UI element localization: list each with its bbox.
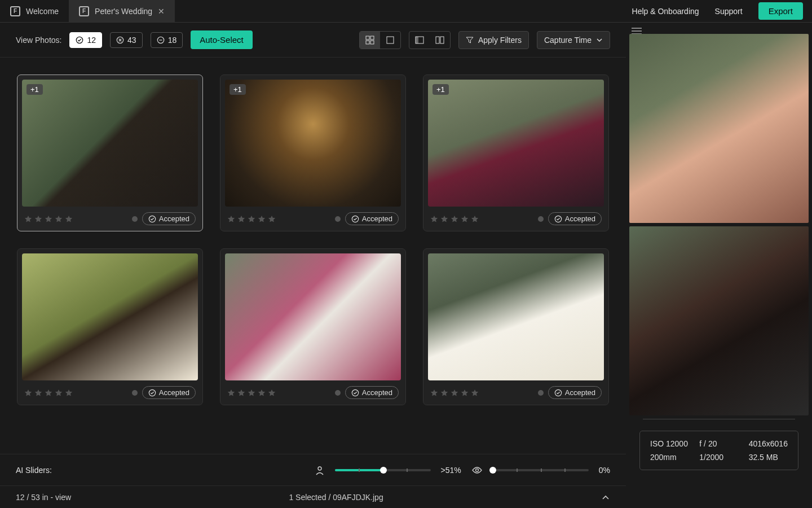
- preview-image-top[interactable]: [629, 34, 809, 223]
- star-rating[interactable]: [24, 389, 73, 397]
- layout-toggle-grid: [359, 31, 401, 49]
- status-label: Accepted: [565, 388, 595, 397]
- filter-rejected-chip[interactable]: 43: [110, 32, 143, 48]
- star-rating[interactable]: [227, 389, 276, 397]
- photo-thumbnail[interactable]: [428, 253, 604, 380]
- topbar: F Welcome F Peter's Wedding ✕ Help & Onb…: [0, 0, 812, 23]
- status-pill[interactable]: Accepted: [548, 212, 602, 225]
- photo-thumbnail[interactable]: [22, 253, 198, 380]
- filter-count: 43: [127, 36, 136, 45]
- photo-card[interactable]: +1 Accepted: [423, 75, 609, 231]
- star-rating[interactable]: [430, 389, 479, 397]
- metadata-box: ISO 12000 f / 20 4016x6016 200mm 1/2000 …: [639, 431, 798, 470]
- svg-rect-6: [370, 41, 374, 44]
- card-footer: Accepted: [225, 207, 401, 231]
- meta-dimensions: 4016x6016: [749, 439, 788, 448]
- star-icon: [34, 215, 42, 223]
- status-pill[interactable]: Accepted: [345, 386, 399, 399]
- color-label-dot[interactable]: [132, 216, 138, 222]
- eye-slider[interactable]: [493, 469, 589, 471]
- star-icon: [440, 389, 448, 397]
- color-label-dot[interactable]: [132, 390, 138, 396]
- status-label: Accepted: [159, 388, 189, 397]
- photo-card[interactable]: Accepted: [423, 248, 609, 405]
- star-icon: [461, 389, 469, 397]
- support-link[interactable]: Support: [715, 7, 743, 16]
- status-pill[interactable]: Accepted: [548, 386, 602, 399]
- star-icon: [248, 215, 255, 223]
- status-label: Accepted: [362, 214, 392, 223]
- star-icon: [461, 215, 469, 223]
- panel-menu[interactable]: [626, 23, 812, 34]
- filter-pending-chip[interactable]: 18: [151, 32, 183, 48]
- check-circle-icon: [148, 389, 156, 397]
- star-rating[interactable]: [227, 215, 276, 223]
- color-label-dot[interactable]: [538, 216, 544, 222]
- star-icon: [24, 215, 32, 223]
- tab-project[interactable]: F Peter's Wedding ✕: [69, 0, 175, 22]
- status-pill[interactable]: Accepted: [142, 212, 196, 225]
- filter-accepted-chip[interactable]: 12: [69, 32, 102, 48]
- close-icon[interactable]: ✕: [158, 7, 165, 16]
- person-icon: [315, 465, 325, 475]
- tab-welcome[interactable]: F Welcome: [0, 0, 69, 22]
- meta-iso: ISO 12000: [650, 439, 689, 448]
- sort-dropdown[interactable]: Capture Time: [537, 31, 610, 49]
- stack-badge: +1: [27, 84, 43, 95]
- svg-rect-11: [440, 37, 444, 43]
- photo-grid-scroll[interactable]: +1 Accepted: [0, 58, 626, 454]
- preview-image-bottom[interactable]: [629, 226, 809, 415]
- grid-view-button[interactable]: [360, 32, 380, 49]
- stack-badge: +1: [433, 84, 449, 95]
- star-icon: [430, 389, 438, 397]
- top-right-links: Help & Onboarding Support Export: [632, 0, 812, 22]
- photo-thumbnail[interactable]: +1: [225, 80, 401, 207]
- export-button[interactable]: Export: [758, 2, 803, 20]
- star-icon: [55, 389, 63, 397]
- svg-rect-9: [416, 37, 418, 43]
- app-logo-icon: F: [10, 6, 20, 16]
- photo-card[interactable]: +1 Accepted: [220, 75, 406, 231]
- split-half-icon: [435, 36, 444, 45]
- color-label-dot[interactable]: [335, 390, 341, 396]
- color-label-dot[interactable]: [335, 216, 341, 222]
- color-label-dot[interactable]: [538, 390, 544, 396]
- compare-split-button[interactable]: [430, 32, 450, 49]
- photo-card[interactable]: Accepted: [220, 248, 406, 405]
- check-circle-icon: [351, 389, 359, 397]
- check-circle-icon: [76, 36, 83, 44]
- status-label: Accepted: [159, 214, 189, 223]
- slider-value: >51%: [441, 466, 461, 475]
- chevron-up-icon[interactable]: [601, 493, 610, 502]
- compare-left-button[interactable]: [409, 32, 430, 49]
- star-icon: [440, 215, 448, 223]
- face-quality-slider[interactable]: [335, 469, 431, 471]
- preview-area: [626, 34, 812, 419]
- status-pill[interactable]: Accepted: [142, 386, 196, 399]
- photo-card[interactable]: +1 Accepted: [17, 75, 203, 231]
- photo-thumbnail[interactable]: +1: [428, 80, 604, 207]
- check-circle-icon: [554, 389, 562, 397]
- status-pill[interactable]: Accepted: [345, 212, 399, 225]
- svg-rect-5: [366, 41, 369, 44]
- star-rating[interactable]: [430, 215, 479, 223]
- star-icon: [227, 389, 235, 397]
- auto-select-button[interactable]: Auto-Select: [191, 30, 253, 49]
- filter-count: 12: [87, 36, 96, 45]
- photo-thumbnail[interactable]: +1: [22, 80, 198, 207]
- check-circle-icon: [554, 215, 562, 223]
- meta-aperture: f / 20: [699, 439, 738, 448]
- star-icon: [430, 215, 438, 223]
- star-rating[interactable]: [24, 215, 73, 223]
- square-icon: [386, 36, 395, 45]
- svg-point-19: [475, 468, 478, 471]
- photo-thumbnail[interactable]: [225, 253, 401, 380]
- chevron-down-icon: [596, 37, 603, 43]
- help-link[interactable]: Help & Onboarding: [632, 7, 699, 16]
- single-view-button[interactable]: [380, 32, 400, 49]
- svg-point-17: [555, 389, 561, 396]
- card-footer: Accepted: [428, 207, 604, 231]
- apply-filters-button[interactable]: Apply Filters: [458, 31, 529, 49]
- selection-info: 1 Selected / 09AFJDJK.jpg: [289, 493, 383, 502]
- photo-card[interactable]: Accepted: [17, 248, 203, 405]
